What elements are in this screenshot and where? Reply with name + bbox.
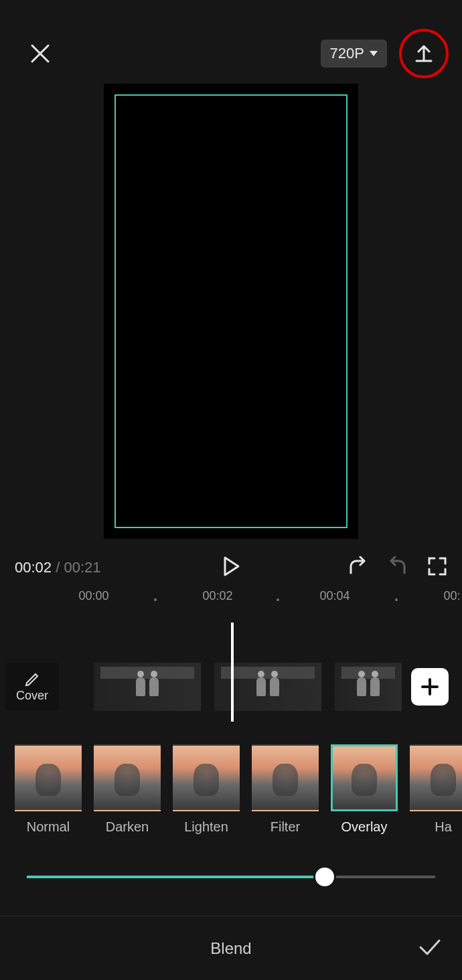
- blend-thumb: [173, 744, 240, 811]
- current-time: 00:02: [15, 559, 52, 576]
- time-separator: /: [52, 559, 64, 576]
- video-clip[interactable]: [335, 663, 402, 711]
- blend-thumb: [331, 744, 398, 811]
- time-display: 00:02 / 00:21: [15, 559, 100, 576]
- video-clip[interactable]: [214, 663, 321, 711]
- blend-thumb: [252, 744, 319, 811]
- slider-knob[interactable]: [315, 868, 334, 886]
- ruler-mark: 00:02: [202, 589, 232, 603]
- confirm-button[interactable]: [416, 934, 443, 963]
- check-icon: [416, 934, 443, 961]
- ruler-mark: 00:: [443, 589, 460, 603]
- blend-mode-ha[interactable]: Ha: [410, 744, 462, 845]
- blend-mode-filter[interactable]: Filter: [252, 744, 319, 845]
- undo-button[interactable]: [347, 556, 368, 580]
- plus-icon: [420, 677, 440, 697]
- blend-label: Lighten: [184, 819, 228, 835]
- chevron-down-icon: [370, 51, 378, 56]
- export-button[interactable]: [399, 29, 449, 78]
- cover-label: Cover: [16, 689, 48, 703]
- ruler-mark: 00:04: [319, 589, 350, 603]
- blend-thumb: [410, 744, 462, 811]
- blend-label: Overlay: [341, 819, 388, 835]
- intensity-slider[interactable]: [27, 864, 435, 890]
- blend-mode-normal[interactable]: Normal: [15, 744, 82, 845]
- blend-label: Ha: [435, 819, 452, 835]
- ruler-tick: [395, 598, 398, 601]
- blend-mode-list: NormalDarkenLightenFilterOverlayHa: [0, 744, 462, 845]
- blend-thumb: [15, 744, 82, 811]
- add-clip-button[interactable]: [411, 668, 449, 706]
- pencil-icon: [24, 671, 40, 687]
- blend-label: Normal: [27, 819, 70, 835]
- resolution-selector[interactable]: 720P: [321, 39, 387, 68]
- total-duration: 00:21: [64, 559, 100, 576]
- timeline-ruler[interactable]: 00:00 00:02 00:04 00:: [0, 589, 462, 613]
- slider-fill: [27, 876, 325, 878]
- playhead[interactable]: [231, 623, 234, 722]
- redo-button[interactable]: [387, 556, 408, 580]
- blend-label: Darken: [106, 819, 149, 835]
- video-preview[interactable]: [104, 84, 358, 539]
- blend-mode-overlay[interactable]: Overlay: [331, 744, 398, 845]
- blend-mode-darken[interactable]: Darken: [94, 744, 161, 845]
- play-button[interactable]: [220, 555, 242, 580]
- ruler-tick: [154, 598, 157, 601]
- blend-label: Filter: [271, 819, 300, 835]
- close-button[interactable]: [27, 40, 54, 67]
- ruler-mark: 00:00: [78, 589, 108, 603]
- blend-thumb: [94, 744, 161, 811]
- overlay-bounding-box[interactable]: [114, 94, 348, 528]
- video-clip[interactable]: [94, 663, 201, 711]
- fullscreen-button[interactable]: [427, 556, 447, 579]
- blend-mode-lighten[interactable]: Lighten: [173, 744, 240, 845]
- cover-button[interactable]: Cover: [5, 663, 59, 711]
- resolution-label: 720P: [330, 45, 364, 62]
- panel-title: Blend: [210, 939, 251, 958]
- ruler-tick: [277, 598, 279, 601]
